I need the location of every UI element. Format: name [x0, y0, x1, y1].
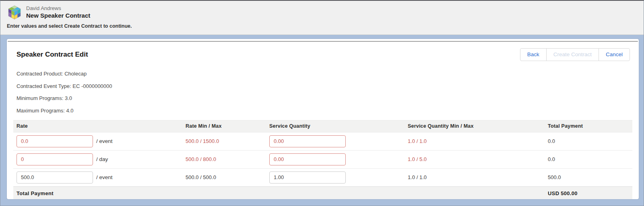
action-button-group: Back Create Contract Cancel: [520, 48, 630, 61]
page-title: New Speaker Contract: [26, 12, 90, 19]
service-quantity-min-max-value: 1.0 / 1.0: [408, 174, 548, 180]
header-total-payment: Total Payment: [548, 123, 629, 129]
instruction-text: Enter values and select Create Contract …: [7, 23, 637, 29]
header-user-name: David Andrews: [26, 5, 90, 12]
create-contract-button[interactable]: Create Contract: [546, 48, 599, 61]
header-service-quantity-min-max: Service Quantity Min / Max: [408, 123, 548, 129]
total-payment-label: Total Payment: [17, 190, 186, 196]
panel-title: Speaker Contract Edit: [17, 51, 88, 59]
header-rate: Rate: [17, 123, 186, 129]
rate-input[interactable]: [17, 171, 93, 184]
maximum-programs-line: Maximum Programs: 4.0: [17, 108, 629, 114]
row-total-payment-value: 0.0: [548, 156, 629, 162]
contracted-product-line: Contracted Product: Cholecap: [17, 71, 629, 77]
service-quantity-input[interactable]: [269, 153, 346, 165]
service-quantity-input[interactable]: [269, 171, 346, 184]
rate-unit-label: / event: [96, 174, 113, 180]
rate-row: / event 500.0 / 500.0 1.0 / 1.0 500.0: [13, 168, 632, 186]
rate-input[interactable]: [17, 153, 93, 165]
rate-unit-label: / day: [96, 156, 108, 162]
rate-min-max-value: 500.0 / 800.0: [186, 156, 269, 162]
rate-min-max-value: 500.0 / 1500.0: [186, 138, 269, 144]
speaker-contract-edit-panel: Speaker Contract Edit Back Create Contra…: [7, 39, 639, 199]
back-button[interactable]: Back: [520, 48, 547, 61]
total-payment-footer: Total Payment USD 500.00: [13, 186, 632, 200]
rate-row: / event 500.0 / 1500.0 1.0 / 1.0 0.0: [13, 132, 632, 150]
minimum-programs-line: Minimum Programs: 3.0: [17, 95, 629, 101]
rate-min-max-value: 500.0 / 500.0: [186, 174, 269, 180]
rate-input[interactable]: [17, 135, 93, 147]
header-rate-min-max: Rate Min / Max: [186, 123, 269, 129]
rate-unit-label: / event: [96, 138, 113, 144]
header-service-quantity: Service Quantity: [269, 123, 408, 129]
app-logo-cube-icon: [7, 4, 22, 20]
rates-table: Rate Rate Min / Max Service Quantity Ser…: [13, 120, 632, 200]
row-total-payment-value: 0.0: [548, 138, 629, 144]
service-quantity-min-max-value: 1.0 / 5.0: [408, 156, 548, 162]
contract-details: Contracted Product: Cholecap Contracted …: [7, 65, 639, 118]
window: David Andrews New Speaker Contract Enter…: [0, 0, 644, 206]
row-total-payment-value: 500.0: [548, 174, 629, 180]
app-header: David Andrews New Speaker Contract Enter…: [0, 1, 644, 35]
rates-table-header: Rate Rate Min / Max Service Quantity Ser…: [13, 120, 632, 132]
service-quantity-min-max-value: 1.0 / 1.0: [408, 138, 548, 144]
rate-row: / day 500.0 / 800.0 1.0 / 5.0 0.0: [13, 150, 632, 168]
cancel-button[interactable]: Cancel: [599, 48, 630, 61]
service-quantity-input[interactable]: [269, 135, 346, 147]
total-payment-amount: USD 500.00: [548, 190, 629, 196]
contracted-event-type-line: Contracted Event Type: EC -0000000000: [17, 83, 629, 89]
